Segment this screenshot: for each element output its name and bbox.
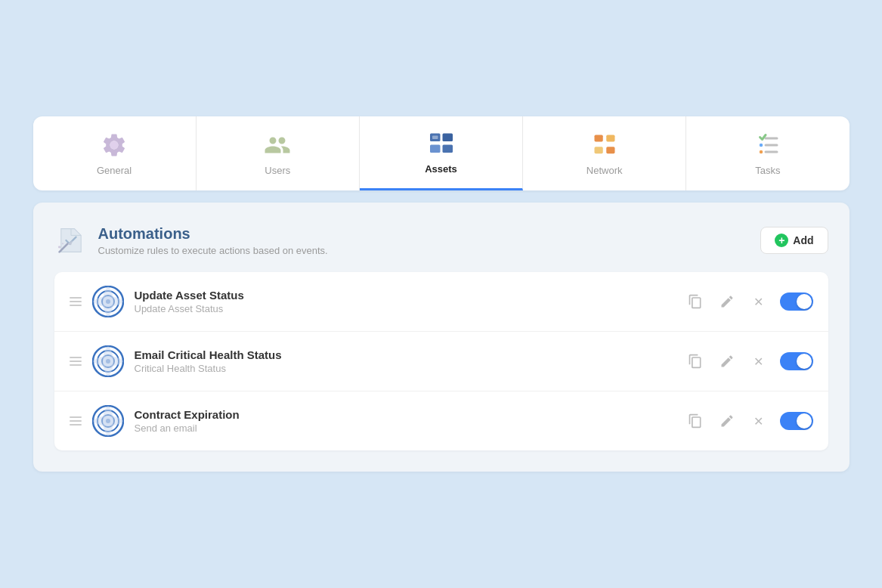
network-icon — [591, 132, 618, 159]
tab-network[interactable]: Network — [523, 116, 686, 190]
copy-button[interactable] — [685, 410, 706, 432]
automations-text: Automations Customize rules to execute a… — [98, 225, 328, 256]
automations-left: Automations Customize rules to execute a… — [54, 224, 328, 257]
tab-general-label: General — [97, 165, 132, 176]
add-label: Add — [793, 234, 813, 246]
toggle[interactable] — [780, 352, 813, 370]
row-subtitle: Send an email — [135, 422, 674, 434]
tab-users-label: Users — [265, 165, 290, 176]
svg-rect-5 — [594, 135, 602, 141]
svg-rect-2 — [430, 145, 441, 153]
row-subtitle: Critical Health Status — [135, 363, 674, 374]
row-icon — [92, 286, 124, 317]
row-subtitle: Update Asset Status — [135, 303, 674, 314]
tasks-icon — [754, 132, 781, 159]
row-title: Update Asset Status — [135, 289, 674, 302]
svg-point-20 — [61, 243, 63, 244]
delete-button[interactable]: ✕ — [748, 291, 769, 312]
delete-button[interactable]: ✕ — [748, 410, 769, 432]
row-icon — [92, 345, 124, 377]
table-row: Email Critical Health Status Critical He… — [54, 332, 828, 391]
users-icon — [264, 132, 291, 159]
row-info: Update Asset Status Update Asset Status — [135, 289, 674, 314]
svg-point-12 — [760, 143, 763, 147]
table-row: Update Asset Status Update Asset Status — [54, 272, 828, 332]
edit-button[interactable] — [716, 410, 738, 432]
svg-point-19 — [57, 246, 60, 248]
edit-button[interactable] — [716, 291, 738, 312]
general-icon — [101, 132, 128, 159]
add-plus-icon: + — [775, 234, 788, 247]
toggle[interactable] — [780, 412, 813, 430]
automations-subtitle: Customize rules to execute actions based… — [98, 245, 328, 256]
svg-rect-1 — [442, 134, 453, 142]
copy-button[interactable] — [685, 351, 706, 372]
tab-users[interactable]: Users — [197, 116, 360, 190]
svg-rect-7 — [594, 147, 602, 153]
row-actions: ✕ — [685, 410, 813, 432]
outer-container: General Users Assets — [33, 116, 850, 472]
row-actions: ✕ — [685, 351, 813, 372]
row-info: Contract Expiration Send an email — [135, 408, 674, 434]
tab-assets-label: Assets — [425, 163, 457, 175]
automations-header: Automations Customize rules to execute a… — [54, 224, 828, 257]
main-panel: Automations Customize rules to execute a… — [33, 203, 850, 472]
row-actions: ✕ — [685, 291, 813, 312]
drag-handle[interactable] — [70, 297, 82, 306]
add-button[interactable]: + Add — [760, 227, 828, 254]
tab-tasks[interactable]: Tasks — [686, 116, 849, 190]
svg-rect-6 — [606, 135, 614, 141]
automation-list: Update Asset Status Update Asset Status — [54, 272, 828, 450]
copy-button[interactable] — [685, 291, 706, 312]
svg-rect-4 — [432, 136, 438, 140]
drag-handle[interactable] — [70, 357, 82, 366]
row-icon — [92, 405, 124, 437]
tab-tasks-label: Tasks — [755, 165, 780, 176]
automations-title: Automations — [98, 225, 328, 243]
tab-bar: General Users Assets — [33, 116, 850, 190]
automations-icon — [54, 224, 88, 257]
table-row: Contract Expiration Send an email ✕ — [54, 391, 828, 450]
svg-rect-3 — [442, 145, 453, 153]
svg-rect-8 — [606, 147, 614, 153]
svg-point-13 — [760, 150, 763, 153]
row-info: Email Critical Health Status Critical He… — [135, 348, 674, 374]
tab-general[interactable]: General — [33, 116, 197, 190]
drag-handle[interactable] — [70, 416, 82, 426]
edit-button[interactable] — [716, 351, 738, 372]
delete-button[interactable]: ✕ — [748, 351, 769, 372]
tab-network-label: Network — [586, 165, 623, 176]
assets-icon — [428, 130, 455, 157]
row-title: Email Critical Health Status — [135, 348, 674, 361]
row-title: Contract Expiration — [135, 408, 674, 421]
tab-assets[interactable]: Assets — [360, 116, 523, 190]
toggle[interactable] — [780, 292, 813, 311]
